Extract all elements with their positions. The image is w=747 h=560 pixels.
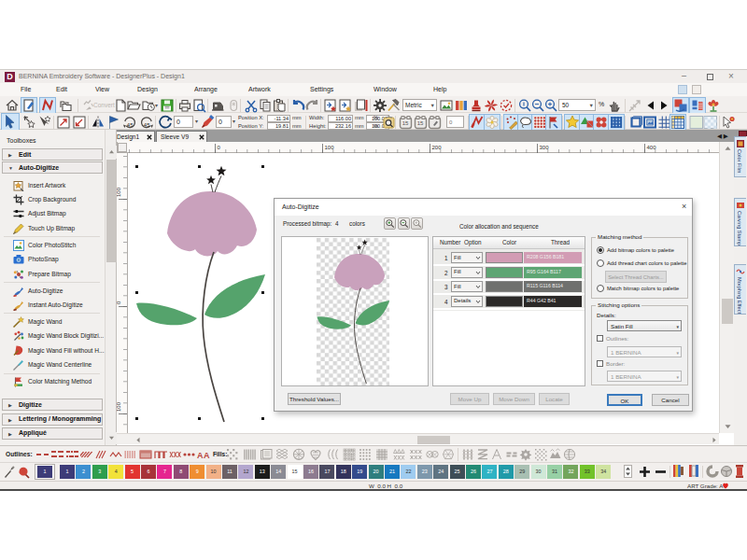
- svg-text:45: 45: [144, 122, 150, 128]
- svg-text:15: 15: [417, 120, 424, 126]
- svg-text:400: 400: [647, 145, 657, 150]
- svg-text:0: 0: [218, 145, 221, 150]
- svg-text:A: A: [204, 451, 210, 460]
- svg-text:200: 200: [432, 145, 443, 150]
- svg-text:45: 45: [127, 122, 134, 128]
- svg-text:100: 100: [117, 401, 121, 412]
- svg-text:300: 300: [540, 145, 550, 150]
- svg-text:100: 100: [325, 145, 335, 150]
- svg-text:A: A: [197, 451, 204, 460]
- svg-text:100: 100: [117, 187, 121, 197]
- svg-text:15: 15: [402, 120, 409, 126]
- svg-text:0: 0: [117, 301, 121, 304]
